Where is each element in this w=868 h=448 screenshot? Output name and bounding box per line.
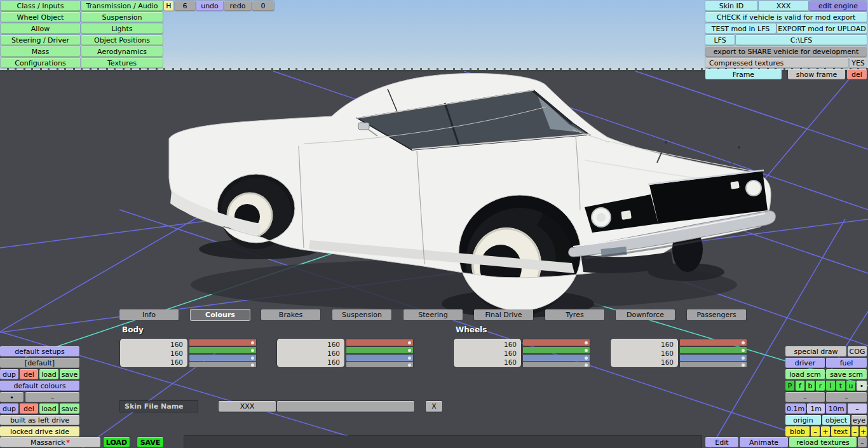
load-button[interactable]: LOAD [104, 437, 130, 447]
history-count[interactable]: 6 [175, 1, 195, 11]
view-p-button[interactable]: P [785, 381, 794, 391]
edit-engine-button[interactable]: edit engine [810, 1, 867, 11]
undo-button[interactable]: undo [196, 1, 223, 11]
menu-textures[interactable]: Textures [81, 58, 163, 68]
colour-del-button[interactable]: del [20, 404, 38, 414]
default-setups-button[interactable]: default setups [0, 346, 79, 356]
setup-load-button[interactable]: load [39, 369, 58, 379]
export-share-button[interactable]: export to SHARE vehicle for development [705, 46, 867, 57]
compressed-textures-label[interactable]: Compressed textures [705, 58, 848, 68]
view-l-button[interactable]: l [826, 381, 835, 391]
setup-name[interactable]: [default] [0, 358, 79, 368]
wheels-colour1-extra-slider[interactable] [523, 362, 590, 367]
view-eye-button[interactable]: eye [851, 415, 867, 425]
view-object-button[interactable]: object [822, 415, 850, 425]
text-plus-button[interactable]: + [860, 426, 867, 437]
body-colour2-red-slider[interactable] [346, 339, 413, 346]
locked-drive-side-button[interactable]: locked drive side [0, 426, 79, 437]
view-f-button[interactable]: f [796, 381, 804, 391]
tab-final-drive[interactable]: Final Drive [474, 309, 533, 320]
colour-save-button[interactable]: save [60, 404, 79, 414]
view-r-button[interactable]: r [816, 381, 825, 391]
menu-configurations[interactable]: Configurations [1, 58, 80, 68]
animate-mode-button[interactable]: Animate [740, 437, 788, 447]
save-scm-button[interactable]: save scm [826, 369, 867, 379]
grid-1m-button[interactable]: 1m [807, 404, 825, 414]
vehicle-name-field[interactable]: Massarick* [0, 437, 100, 447]
special-draw-button[interactable]: special draw [785, 346, 846, 356]
h-toggle-button[interactable]: H [164, 1, 173, 11]
frame-button[interactable]: Frame [705, 69, 782, 79]
wheels-colour1-blue-slider[interactable] [523, 355, 590, 361]
edit-mode-button[interactable]: Edit [705, 437, 738, 447]
fuel-button[interactable]: fuel [826, 358, 867, 368]
text-button[interactable]: text [831, 426, 850, 437]
driver-button[interactable]: driver [785, 358, 825, 368]
view-dash-right-button[interactable]: – [826, 392, 867, 402]
blob-button[interactable]: blob [785, 426, 810, 437]
text-minus-button[interactable]: – [851, 426, 858, 437]
export-mod-button[interactable]: EXPORT mod for UPLOAD [777, 24, 867, 34]
body-colour2-green-slider[interactable] [346, 347, 413, 353]
menu-wheel-object[interactable]: Wheel Object [1, 12, 80, 22]
grid-0-1m-button[interactable]: 0.1m [785, 404, 806, 414]
cog-button[interactable]: COG [848, 346, 867, 356]
wheels-colour2-extra-slider[interactable] [680, 362, 747, 367]
skin-file-field[interactable] [277, 401, 414, 412]
menu-allow[interactable]: Allow [1, 24, 80, 34]
test-mod-button[interactable]: TEST mod in LFS [705, 24, 776, 34]
body-colour1-blue-slider[interactable] [189, 355, 256, 361]
grid-dash-button[interactable]: – [848, 404, 867, 414]
load-scm-button[interactable]: load scm [785, 369, 825, 379]
tab-steering[interactable]: Steering [403, 309, 463, 320]
view-origin-button[interactable]: origin [785, 415, 821, 425]
menu-suspension[interactable]: Suspension [81, 12, 163, 22]
lfs-button[interactable]: LFS [705, 35, 735, 45]
tab-tyres[interactable]: Tyres [545, 309, 604, 320]
redo-count[interactable]: 0 [252, 1, 274, 11]
lfs-path-field[interactable]: C:\LFS [736, 35, 867, 45]
menu-steering-driver[interactable]: Steering / Driver [1, 35, 80, 45]
tab-suspension[interactable]: Suspension [332, 309, 391, 320]
body-colour1-extra-slider[interactable] [189, 362, 256, 367]
view-dash-left-button[interactable]: – [785, 392, 825, 402]
reload-dash-button[interactable]: – [858, 437, 867, 447]
colour-dash-button[interactable]: – [25, 392, 79, 402]
grid-10m-button[interactable]: 10m [826, 404, 846, 414]
colour-load-button[interactable]: load [39, 404, 58, 414]
skin-id-value[interactable]: XXX [759, 1, 808, 11]
built-left-drive-label[interactable]: built as left drive [0, 415, 79, 425]
setup-save-button[interactable]: save [60, 369, 79, 379]
skin-id-button[interactable]: Skin ID [705, 1, 757, 11]
wheels-colour2-green-slider[interactable] [680, 347, 747, 353]
body-colour2-blue-slider[interactable] [346, 355, 413, 361]
show-frame-button[interactable]: show frame [788, 69, 845, 79]
tab-passengers[interactable]: Passengers [687, 309, 746, 320]
view-t-button[interactable]: t [836, 381, 845, 391]
skin-xxx-button[interactable]: XXX [219, 401, 276, 412]
skin-clear-button[interactable]: X [426, 401, 442, 412]
reload-textures-button[interactable]: reload textures [789, 437, 857, 447]
body-colour1-red-slider[interactable] [189, 339, 256, 346]
save-button[interactable]: SAVE [137, 437, 163, 447]
menu-transmission-audio[interactable]: Transmission / Audio [81, 1, 163, 11]
wheels-colour2-red-slider[interactable] [680, 339, 747, 346]
compressed-textures-toggle[interactable]: YES [850, 58, 867, 68]
body-colour2-extra-slider[interactable] [346, 362, 413, 367]
body-colour1-green-slider[interactable] [189, 347, 256, 353]
colour-dup-button[interactable]: dup [0, 404, 18, 414]
menu-object-positions[interactable]: Object Positions [81, 35, 163, 45]
menu-class-inputs[interactable]: Class / Inputs [1, 1, 80, 11]
view-dot-button[interactable]: • [857, 381, 867, 391]
menu-aerodynamics[interactable]: Aerodynamics [81, 46, 163, 57]
tab-downforce[interactable]: Downforce [616, 309, 675, 320]
blob-minus-button[interactable]: – [811, 426, 820, 437]
setup-dup-button[interactable]: dup [0, 369, 18, 379]
wheels-colour1-red-slider[interactable] [523, 339, 590, 346]
redo-button[interactable]: redo [224, 1, 251, 11]
default-colours-button[interactable]: default colours [0, 381, 79, 391]
colour-dot-button[interactable]: • [0, 392, 24, 402]
menu-lights[interactable]: Lights [81, 24, 163, 34]
view-b-button[interactable]: b [806, 381, 815, 391]
wheels-colour1-green-slider[interactable] [523, 347, 590, 353]
